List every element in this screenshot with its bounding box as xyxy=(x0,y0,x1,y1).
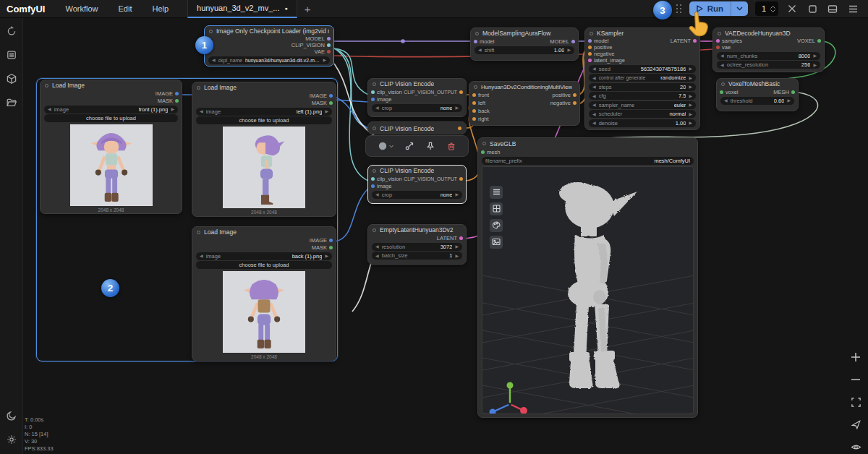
output-mesh[interactable]: MESH xyxy=(773,89,795,95)
node-vae-decode-hunyuan3d[interactable]: VAEDecodeHunyuan3D samples VOXEL vae ◀nu… xyxy=(712,27,825,72)
input-image[interactable]: image xyxy=(371,183,391,189)
node-hunyuan3dv2-conditioning-multiview[interactable]: Hunyuan3Dv2ConditioningMultiView front p… xyxy=(469,81,580,126)
output-negative[interactable]: negative xyxy=(550,100,576,106)
hamburger-icon[interactable] xyxy=(846,2,859,15)
widget-filename-prefix[interactable]: filename_prefixmesh/ComfyUI xyxy=(482,157,694,165)
fit-view-icon[interactable] xyxy=(849,395,862,408)
viewport-palette-icon[interactable] xyxy=(490,219,503,232)
output-latent[interactable]: LATENT xyxy=(437,235,463,241)
collapse-dot-icon[interactable] xyxy=(197,86,200,90)
input-positive[interactable]: positive xyxy=(588,44,612,51)
node-graph-canvas[interactable]: Image Only Checkpoint Loader (img2vid mo… xyxy=(0,18,868,454)
widget-batch-size[interactable]: ◀batch_size1▶ xyxy=(372,252,462,260)
widget-steps[interactable]: ◀steps20▶ xyxy=(589,83,696,91)
input-mesh[interactable]: mesh xyxy=(481,149,500,155)
widget-seed[interactable]: ◀seed563243074575186▶ xyxy=(589,65,696,73)
upload-button[interactable]: choose file to upload xyxy=(196,261,332,269)
widget-image-file[interactable]: ◀imageback (1).png▶ xyxy=(196,252,332,260)
widget-image-file[interactable]: ◀imagefront (1).png▶ xyxy=(44,106,178,113)
node-image-only-checkpoint-loader[interactable]: Image Only Checkpoint Loader (img2vid mo… xyxy=(204,25,334,67)
color-swatch-icon[interactable] xyxy=(378,141,393,151)
widget-octree-resolution[interactable]: ◀octree_resolution256▶ xyxy=(717,61,820,69)
collapse-dot-icon[interactable] xyxy=(482,142,486,145)
settings-icon[interactable] xyxy=(4,432,19,447)
input-model[interactable]: model xyxy=(474,38,494,45)
pin-icon[interactable] xyxy=(425,141,435,151)
output-mask[interactable]: MASK xyxy=(312,100,333,106)
new-tab-button[interactable]: + xyxy=(297,3,318,15)
output-model[interactable]: MODEL xyxy=(550,38,575,45)
input-model[interactable]: model xyxy=(588,38,608,44)
collapse-dot-icon[interactable] xyxy=(209,30,213,33)
input-back[interactable]: back xyxy=(472,108,490,114)
viewport-grid-icon[interactable] xyxy=(490,202,503,215)
workflow-tab[interactable]: hunyuan_3d_v2_mv_... ● xyxy=(187,0,297,18)
menu-help[interactable]: Help xyxy=(142,4,179,13)
widget-shift[interactable]: ◀shift1.00▶ xyxy=(475,46,574,54)
widget-crop[interactable]: ◀cropnone▶ xyxy=(372,191,462,199)
widget-ckpt-name[interactable]: ◀ckpt_namehunyuan3d/hunyuan3d-dit-v2-mv-… xyxy=(208,56,330,64)
collapse-dot-icon[interactable] xyxy=(373,228,376,232)
node-clip-vision-encode-1[interactable]: CLIP Vision Encode clip_vision CLIP_VISI… xyxy=(367,78,467,117)
queue-icon[interactable] xyxy=(4,48,19,62)
menu-workflow[interactable]: Workflow xyxy=(55,4,108,13)
widget-resolution[interactable]: ◀resolution3072▶ xyxy=(372,243,462,251)
output-mask[interactable]: MASK xyxy=(312,244,333,251)
output-voxel[interactable]: VOXEL xyxy=(797,38,821,44)
zoom-in-icon[interactable] xyxy=(849,351,862,364)
input-voxel[interactable]: voxel xyxy=(720,89,739,95)
widget-crop[interactable]: ◀cropnone▶ xyxy=(372,104,462,112)
collapse-dot-icon[interactable] xyxy=(373,82,376,86)
mesh-3d-viewport[interactable] xyxy=(482,166,694,414)
folder-icon[interactable] xyxy=(4,95,19,110)
node-model-sampling-auraflow[interactable]: ModelSamplingAuraFlow model MODEL ◀shift… xyxy=(470,27,579,61)
input-vae[interactable]: vae xyxy=(716,44,731,51)
widget-sampler-name[interactable]: ◀sampler_nameeuler▶ xyxy=(589,101,696,109)
moon-icon[interactable] xyxy=(4,408,19,423)
widget-num-chunks[interactable]: ◀num_chunks8000▶ xyxy=(717,52,820,60)
input-front[interactable]: front xyxy=(472,92,489,98)
collapse-dot-icon[interactable] xyxy=(721,82,725,86)
output-clip-vision-output[interactable]: CLIP_VISION_OUTPUT xyxy=(404,90,463,95)
collapse-dot-icon[interactable] xyxy=(590,32,593,35)
model-library-icon[interactable] xyxy=(4,72,19,86)
collapse-dot-icon[interactable] xyxy=(718,32,721,35)
viewport-menu-icon[interactable] xyxy=(490,186,503,199)
node-load-image-back[interactable]: Load Image IMAGE MASK ◀imageback (1).png… xyxy=(192,226,336,361)
bottom-panel-icon[interactable] xyxy=(826,2,839,15)
history-icon[interactable] xyxy=(4,24,19,38)
input-clip-vision[interactable]: clip_vision xyxy=(371,176,402,182)
batch-count-stepper[interactable]: 1 xyxy=(755,1,778,16)
input-negative[interactable]: negative xyxy=(588,51,614,57)
grip-icon[interactable] xyxy=(676,4,682,14)
collapse-dot-icon[interactable] xyxy=(373,127,376,130)
widget-control-after-generate[interactable]: ◀control after generaterandomize▶ xyxy=(589,74,696,82)
node-save-glb[interactable]: SaveGLB mesh filename_prefixmesh/ComfyUI xyxy=(477,137,698,418)
collapse-dot-icon[interactable] xyxy=(197,231,200,234)
output-model[interactable]: MODEL xyxy=(305,35,331,42)
input-clip-vision[interactable]: clip_vision xyxy=(371,89,402,95)
output-image[interactable]: IMAGE xyxy=(310,237,333,244)
output-mask[interactable]: MASK xyxy=(158,98,179,104)
widget-threshold[interactable]: ◀threshold0.60▶ xyxy=(720,97,794,105)
node-ksampler[interactable]: KSampler model LATENT positive negative … xyxy=(584,27,700,130)
pointer-icon[interactable] xyxy=(849,418,862,431)
cancel-icon[interactable] xyxy=(786,2,799,15)
input-right[interactable]: right xyxy=(472,116,489,122)
node-empty-latent-hunyuan3dv2[interactable]: EmptyLatentHunyuan3Dv2 LATENT ◀resolutio… xyxy=(367,224,467,265)
window-icon[interactable] xyxy=(806,2,819,15)
delete-icon[interactable] xyxy=(446,141,456,151)
widget-cfg[interactable]: ◀cfg7.5▶ xyxy=(589,92,696,100)
output-vae[interactable]: VAE xyxy=(315,48,331,55)
menu-edit[interactable]: Edit xyxy=(108,4,142,13)
widget-scheduler[interactable]: ◀schedulernormal▶ xyxy=(589,110,696,118)
output-dot[interactable] xyxy=(458,127,461,130)
output-clip-vision[interactable]: CLIP_VISION xyxy=(292,42,331,48)
output-clip-vision-output[interactable]: CLIP_VISION_OUTPUT xyxy=(404,176,463,181)
node-clip-vision-encode-2-collapsed[interactable]: CLIP Vision Encode xyxy=(367,121,467,134)
input-latent-image[interactable]: latent_image xyxy=(588,57,625,64)
viewport-image-icon[interactable] xyxy=(490,236,503,249)
collapse-dot-icon[interactable] xyxy=(474,85,477,89)
run-options-dropdown[interactable] xyxy=(731,1,748,16)
node-voxel-to-mesh-basic[interactable]: VoxelToMeshBasic voxel MESH ◀threshold0.… xyxy=(716,78,799,111)
